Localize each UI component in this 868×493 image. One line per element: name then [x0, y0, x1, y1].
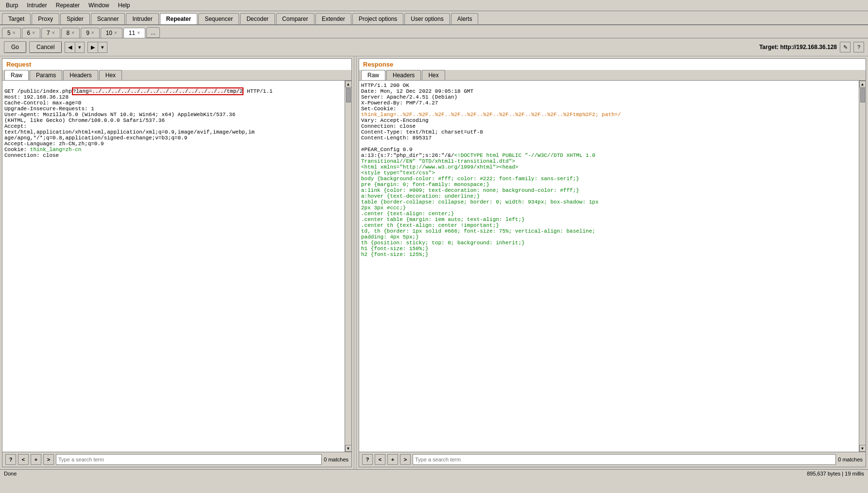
response-content-area: HTTP/1.1 200 OK Date: Mon, 12 Dec 2022 0…	[359, 81, 866, 452]
target-help-button[interactable]: ?	[853, 42, 864, 52]
repeater-tab-8[interactable]: 8 ×	[61, 28, 80, 38]
target-edit-button[interactable]: ✎	[840, 42, 851, 52]
response-panel-tabs: Raw Headers Hex	[359, 70, 866, 81]
request-search-prev[interactable]: <	[18, 454, 29, 465]
response-scrollbar: ▲ ▼	[859, 81, 866, 452]
response-content[interactable]: HTTP/1.1 200 OK Date: Mon, 12 Dec 2022 0…	[359, 81, 859, 452]
response-search-matches: 0 matches	[838, 457, 863, 462]
repeater-tab-11[interactable]: 11 ×	[123, 28, 145, 38]
scroll-down-btn[interactable]: ▼	[345, 445, 352, 452]
toolbar: Go Cancel ◀ ▾ ▶ ▾ Target: http://192.168…	[0, 38, 868, 56]
response-tab-raw[interactable]: Raw	[361, 70, 385, 80]
tab-spider[interactable]: Spider	[60, 13, 90, 24]
response-search-input[interactable]	[413, 454, 836, 465]
response-tab-hex[interactable]: Hex	[422, 70, 445, 80]
close-tab-7[interactable]: ×	[52, 30, 55, 35]
tab-target[interactable]: Target	[2, 13, 31, 24]
tab-decoder[interactable]: Decoder	[240, 13, 275, 24]
close-tab-8[interactable]: ×	[71, 30, 74, 35]
menu-window[interactable]: Window	[85, 1, 113, 10]
panel-divider[interactable]	[354, 56, 357, 469]
repeater-tab-9[interactable]: 9 ×	[81, 28, 100, 38]
request-line-start: GET /public/index.php	[4, 88, 72, 94]
tab-scanner[interactable]: Scanner	[91, 13, 125, 24]
request-search-next-plus[interactable]: +	[31, 454, 41, 465]
repeater-tabs: 5 × 6 × 7 × 8 × 9 × 10 × 11 × ...	[0, 25, 868, 38]
tab-alerts[interactable]: Alerts	[451, 13, 479, 24]
request-content[interactable]: GET /public/index.php?lang=../../../../.…	[2, 81, 345, 452]
tab-intruder[interactable]: Intruder	[126, 13, 158, 24]
menu-burp[interactable]: Burp	[2, 1, 22, 10]
tab-comparer[interactable]: Comparer	[276, 13, 314, 24]
request-tab-headers[interactable]: Headers	[63, 70, 98, 80]
response-search-next-plus[interactable]: +	[387, 454, 398, 465]
status-right: 895,637 bytes | 19 millis	[807, 471, 864, 476]
request-search-help[interactable]: ?	[5, 454, 16, 465]
close-tab-5[interactable]: ×	[13, 30, 16, 35]
request-scrollbar: ▲ ▼	[345, 81, 351, 452]
request-panel: Request Raw Params Headers Hex GET /publ…	[2, 58, 352, 467]
response-panel: Response Raw Headers Hex HTTP/1.1 200 OK…	[359, 58, 866, 467]
request-panel-tabs: Raw Params Headers Hex	[2, 70, 351, 81]
request-search-matches: 0 matches	[324, 457, 348, 462]
request-title: Request	[2, 59, 351, 70]
nav-fwd-dropdown[interactable]: ▾	[98, 42, 107, 52]
repeater-tab-more[interactable]: ...	[146, 27, 160, 38]
request-search-input[interactable]	[56, 454, 322, 465]
request-highlight: ?lang=../../../../../../../../../../../.…	[72, 87, 244, 95]
status-bar: Done 895,637 bytes | 19 millis	[0, 469, 868, 477]
response-tab-headers[interactable]: Headers	[386, 70, 421, 80]
request-tab-params[interactable]: Params	[30, 70, 62, 80]
status-left: Done	[4, 471, 17, 476]
target-label: Target: http://192.168.36.128	[759, 44, 837, 51]
tab-extender[interactable]: Extender	[315, 13, 351, 24]
request-content-area: GET /public/index.php?lang=../../../../.…	[2, 81, 351, 452]
tab-sequencer[interactable]: Sequencer	[198, 13, 239, 24]
close-tab-10[interactable]: ×	[114, 30, 117, 35]
tab-user-options[interactable]: User options	[404, 13, 450, 24]
tool-tabs: Target Proxy Spider Scanner Intruder Rep…	[0, 11, 868, 25]
nav-fwd-button[interactable]: ▶	[88, 42, 98, 52]
response-title: Response	[359, 59, 866, 70]
repeater-tab-7[interactable]: 7 ×	[41, 28, 60, 38]
menu-bar: Burp Intruder Repeater Window Help	[0, 0, 868, 11]
resp-scroll-up-btn[interactable]: ▲	[859, 81, 866, 87]
menu-intruder[interactable]: Intruder	[23, 1, 51, 10]
nav-back-group: ◀ ▾	[65, 42, 85, 53]
request-search-next[interactable]: >	[43, 454, 54, 465]
request-line-http: HTTP/1.1 Host: 192.168.36.128 Cache-Cont…	[4, 88, 273, 158]
cancel-button[interactable]: Cancel	[29, 41, 62, 53]
response-search-next[interactable]: >	[400, 454, 411, 465]
menu-repeater[interactable]: Repeater	[52, 1, 84, 10]
scroll-up-btn[interactable]: ▲	[345, 81, 352, 87]
tab-proxy[interactable]: Proxy	[32, 13, 59, 24]
request-tab-hex[interactable]: Hex	[99, 70, 122, 80]
response-search-help[interactable]: ?	[362, 454, 373, 465]
close-tab-9[interactable]: ×	[91, 30, 94, 35]
close-tab-11[interactable]: ×	[137, 30, 140, 35]
close-tab-6[interactable]: ×	[32, 30, 35, 35]
resp-scroll-thumb[interactable]	[860, 88, 865, 102]
repeater-tab-5[interactable]: 5 ×	[2, 28, 21, 38]
scroll-track	[346, 87, 351, 445]
request-tab-raw[interactable]: Raw	[4, 70, 29, 80]
resp-scroll-down-btn[interactable]: ▼	[859, 445, 866, 452]
nav-fwd-group: ▶ ▾	[87, 42, 107, 53]
response-search-prev[interactable]: <	[375, 454, 385, 465]
tab-repeater[interactable]: Repeater	[160, 13, 197, 24]
menu-help[interactable]: Help	[114, 1, 134, 10]
main-area: Request Raw Params Headers Hex GET /publ…	[0, 56, 868, 469]
repeater-tab-10[interactable]: 10 ×	[101, 28, 122, 38]
resp-scroll-track	[860, 87, 866, 445]
request-search-bar: ? < + > 0 matches	[2, 452, 351, 467]
go-button[interactable]: Go	[4, 41, 26, 53]
repeater-tab-6[interactable]: 6 ×	[22, 28, 41, 38]
nav-back-dropdown[interactable]: ▾	[75, 42, 84, 52]
tab-project-options[interactable]: Project options	[352, 13, 403, 24]
response-search-bar: ? < + > 0 matches	[359, 452, 866, 467]
scroll-thumb[interactable]	[346, 88, 351, 102]
nav-back-button[interactable]: ◀	[65, 42, 75, 52]
